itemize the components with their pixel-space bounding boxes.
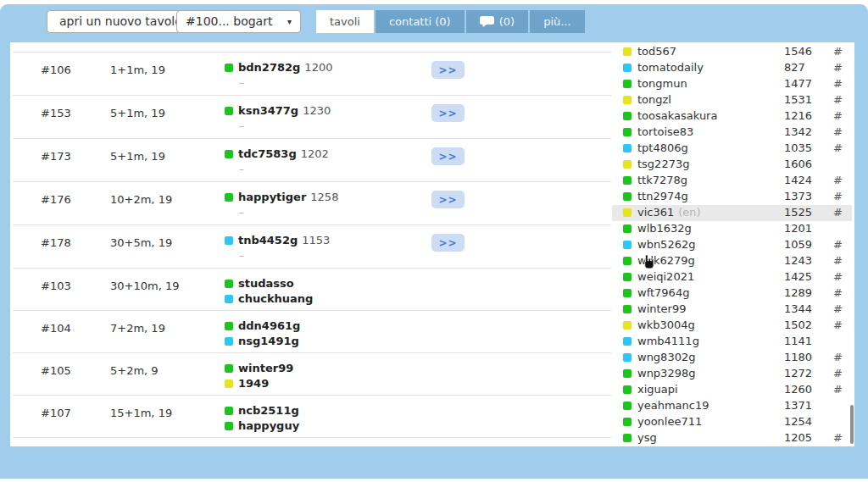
player-row[interactable]: wkb3004g 1502 # <box>612 318 852 334</box>
player-name: ddn4961g <box>238 319 300 332</box>
player-rating: 827 <box>784 61 805 74</box>
player-name: ksn3477g <box>238 104 298 117</box>
table-row[interactable]: #107 15+1m, 19 ncb2511ghappyguy <box>13 396 611 438</box>
tab-piu[interactable]: più... <box>530 10 585 33</box>
player-flag: # <box>833 238 843 251</box>
player-row[interactable]: tongmun 1477 # <box>612 76 852 92</box>
player-row[interactable]: ttn2974g 1373 # <box>612 189 852 205</box>
player-rating: 1424 <box>784 174 812 186</box>
table-player-line: ddn4961g <box>225 319 300 334</box>
tab-contatti[interactable]: contatti (0) <box>376 10 465 33</box>
player-name: wdk6279g <box>637 254 695 267</box>
player-rating: 1606 <box>784 158 812 170</box>
player-flag: # <box>833 254 843 267</box>
player-status-square <box>623 208 632 217</box>
table-time-settings: 5+2m, 9 <box>110 364 159 377</box>
player-row[interactable]: wft7964g 1289 # <box>612 285 852 302</box>
player-row[interactable]: tomatodaily 827 # <box>612 60 852 76</box>
player-flag: # <box>833 61 843 74</box>
player-row[interactable]: wbn5262g 1059 # <box>612 237 852 253</box>
table-player-line: happyguy <box>225 418 299 434</box>
table-row[interactable]: #176 10+2m, 19 happytiger1258– >> <box>13 182 611 225</box>
table-row[interactable]: #106 1+1m, 19 bdn2782g1200– >> <box>13 53 611 96</box>
player-flag: # <box>833 302 843 315</box>
player-flag: # <box>833 367 843 380</box>
player-name: wbn5262g <box>637 238 695 251</box>
open-new-table-button[interactable]: apri un nuovo tavolo <box>47 10 195 33</box>
player-row[interactable]: tod567 1546 # <box>612 44 852 60</box>
tab-label: contatti (0) <box>389 10 451 33</box>
player-status-square <box>623 273 632 281</box>
empty-seat-dash: – <box>225 248 330 263</box>
tab-chat[interactable]: (0) <box>466 10 528 33</box>
player-list-scrollbar-thumb[interactable] <box>850 405 854 444</box>
table-row[interactable]: #103 30+10m, 19 studassochuckhuang <box>13 269 611 311</box>
player-status-square <box>225 322 233 330</box>
player-status-square <box>225 64 233 72</box>
join-table-button[interactable]: >> <box>431 234 465 252</box>
player-name: tpt4806g <box>637 141 688 154</box>
table-id: #105 <box>41 364 71 377</box>
empty-seat-dash: – <box>225 75 332 91</box>
player-flag: # <box>833 319 843 331</box>
player-row[interactable]: wng8302g 1180 # <box>612 350 852 366</box>
table-row[interactable]: #105 5+2m, 9 winter991949 <box>13 353 611 396</box>
player-status-square <box>225 236 233 245</box>
join-table-button[interactable]: >> <box>431 61 465 79</box>
player-row[interactable]: tpt4806g 1035 # <box>612 141 852 157</box>
player-rating: 1180 <box>784 351 812 363</box>
join-table-button[interactable]: >> <box>431 147 465 165</box>
player-name: weiqi2021 <box>637 270 694 283</box>
join-table-button[interactable]: >> <box>431 104 465 122</box>
table-row[interactable]: #173 5+1m, 19 tdc7583g1202– >> <box>13 139 611 182</box>
player-name: tomatodaily <box>637 61 704 74</box>
player-row[interactable]: winter99 1344 # <box>612 302 852 318</box>
player-rating: 1289 <box>784 286 812 299</box>
table-player-line: studasso <box>225 276 313 291</box>
table-player-line: tdc7583g1202 <box>225 147 329 162</box>
player-status-square <box>623 224 632 233</box>
player-row[interactable]: tortoise83 1342 # <box>612 125 852 141</box>
table-time-settings: 30+10m, 19 <box>110 280 179 292</box>
player-row[interactable]: tsg2273g 1606 <box>612 157 852 173</box>
player-flag: # <box>833 45 843 58</box>
player-row[interactable]: ysg 1205 # <box>612 430 852 446</box>
player-row[interactable]: xiguapi 1260 # <box>612 382 852 398</box>
player-row[interactable]: tongzl 1531 # <box>612 92 852 108</box>
player-rating: 1477 <box>784 77 812 90</box>
player-row[interactable]: ttk7278g 1424 # <box>612 173 852 189</box>
player-row[interactable]: weiqi2021 1425 # <box>612 269 852 285</box>
player-row[interactable]: wnp3298g 1272 # <box>612 366 852 382</box>
player-row[interactable]: yeahmanc19 1371 <box>612 398 852 414</box>
player-row[interactable]: wlb1632g 1201 <box>612 221 852 237</box>
table-row[interactable]: #153 5+1m, 19 ksn3477g1230– >> <box>13 96 611 139</box>
player-row[interactable]: vic361(en) 1525 # <box>612 205 852 221</box>
player-row[interactable]: wdk6279g 1243 # <box>612 253 852 269</box>
player-status-square <box>225 407 233 415</box>
player-status-square <box>225 193 233 202</box>
player-row[interactable]: wmb4111g 1141 <box>612 334 852 350</box>
tab-tavoli[interactable]: tavoli <box>316 10 374 33</box>
player-name: toosakasakura <box>637 109 717 122</box>
player-name: happyguy <box>238 419 299 432</box>
table-player-line: ncb2511g <box>225 403 299 418</box>
player-rating: 1260 <box>784 383 812 396</box>
table-row[interactable]: #178 30+5m, 19 tnb4452g1153– >> <box>13 225 611 269</box>
player-status-square <box>623 128 632 136</box>
player-status-square <box>623 144 632 152</box>
table-player-line: tnb4452g1153 <box>225 233 330 248</box>
empty-seat-dash: – <box>225 162 329 177</box>
player-name: wlb1632g <box>637 222 692 235</box>
player-name: tongzl <box>637 93 671 106</box>
player-flag: # <box>833 351 843 363</box>
table-row[interactable]: #104 7+2m, 19 ddn4961gnsg1491g <box>13 311 611 353</box>
tab-label: più... <box>543 10 571 33</box>
table-select-value: #100... bogart <box>186 14 272 28</box>
join-table-button[interactable]: >> <box>431 191 465 208</box>
player-flag: # <box>833 270 843 283</box>
table-select[interactable]: #100... bogart ▾ <box>176 10 301 33</box>
table-player-line: 1949 <box>225 376 293 391</box>
player-row[interactable]: yoonlee711 1254 <box>612 414 852 430</box>
player-row[interactable]: toosakasakura 1216 # <box>612 108 852 125</box>
player-name: wkb3004g <box>637 319 695 331</box>
